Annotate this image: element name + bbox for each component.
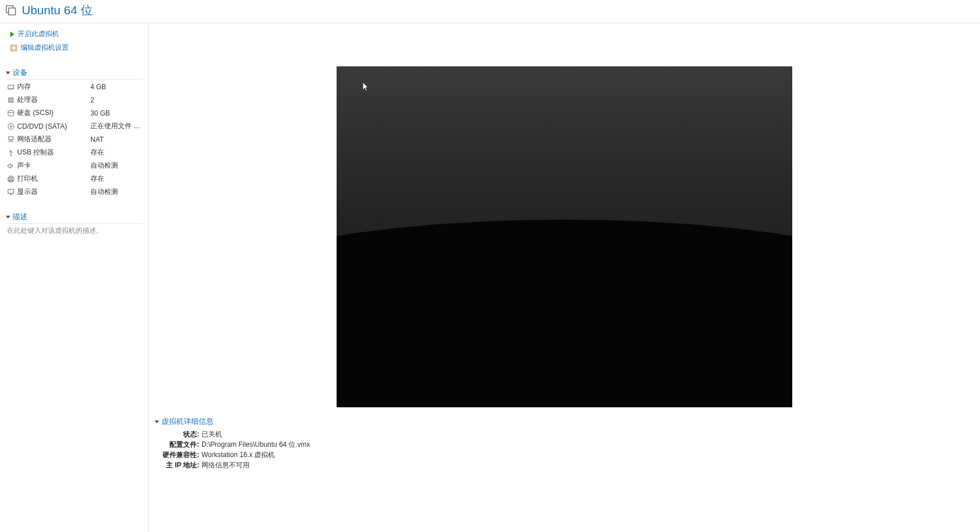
memory-icon (7, 83, 15, 91)
details-row: 主 IP 地址:网络信息不可用 (155, 460, 498, 470)
edit-vm-settings-link[interactable]: 编辑虚拟机设置 (6, 42, 143, 54)
device-row[interactable]: USB 控制器存在 (6, 146, 143, 158)
display-icon (7, 188, 15, 196)
sound-icon (7, 162, 15, 170)
chevron-down-icon (6, 216, 10, 219)
details-row: 硬件兼容性:Workstation 16.x 虚拟机 (155, 450, 498, 460)
device-label: 网络适配器 (17, 134, 90, 144)
vm-details-title: 虚拟机详细信息 (161, 416, 214, 427)
printer-icon (7, 175, 15, 183)
device-row[interactable]: 显示器自动检测 (6, 186, 143, 198)
vm-details-list: 状态:已关机配置文件:D:\Program Files\Ubuntu 64 位.… (155, 429, 498, 470)
vm-tab-icon (5, 4, 17, 17)
device-label: 声卡 (17, 161, 90, 170)
svg-rect-13 (9, 137, 13, 140)
device-row[interactable]: 内存4 GB (6, 81, 143, 93)
right-pane: 虚拟机详细信息 状态:已关机配置文件:D:\Program Files\Ubun… (149, 23, 980, 532)
svg-rect-8 (9, 98, 13, 102)
edit-settings-label: 编辑虚拟机设置 (21, 43, 69, 53)
device-value: 存在 (90, 148, 141, 157)
device-label: USB 控制器 (17, 148, 90, 157)
page-header: Ubuntu 64 位 (0, 0, 980, 23)
svg-rect-20 (8, 189, 14, 193)
description-title: 描述 (13, 212, 27, 222)
device-value: 自动检测 (90, 161, 141, 170)
details-row: 配置文件:D:\Program Files\Ubuntu 64 位.vmx (155, 439, 498, 450)
svg-rect-4 (8, 85, 14, 89)
power-on-vm-link[interactable]: 开启此虚拟机 (6, 28, 143, 40)
power-on-label: 开启此虚拟机 (18, 29, 59, 39)
device-row[interactable]: 打印机存在 (6, 173, 143, 185)
svg-rect-3 (12, 46, 15, 50)
device-label: 显示器 (17, 187, 90, 197)
svg-point-12 (10, 125, 12, 127)
chevron-down-icon (155, 420, 159, 423)
settings-icon (10, 45, 17, 51)
vm-preview-screen[interactable] (337, 66, 792, 407)
details-label: 硬件兼容性: (155, 450, 199, 460)
description-section: 描述 在此处键入对该虚拟机的描述。 (6, 212, 143, 238)
details-value: 已关机 (201, 429, 222, 439)
device-label: 硬盘 (SCSI) (17, 108, 90, 118)
device-label: 内存 (17, 82, 90, 92)
device-row[interactable]: 处理器2 (6, 94, 143, 106)
device-label: 打印机 (17, 174, 90, 184)
main-layout: 开启此虚拟机 编辑虚拟机设置 设备 内存4 GB处理器2硬盘 (SCSI)30 … (0, 23, 980, 532)
devices-section-header[interactable]: 设备 (6, 68, 143, 80)
details-label: 配置文件: (155, 439, 199, 450)
svg-rect-1 (9, 8, 15, 15)
svg-rect-2 (11, 45, 17, 51)
vm-details-header[interactable]: 虚拟机详细信息 (155, 416, 498, 427)
device-value: 2 (90, 96, 141, 104)
usb-icon (7, 149, 15, 157)
device-row[interactable]: 硬盘 (SCSI)30 GB (6, 107, 143, 119)
details-value: Workstation 16.x 虚拟机 (201, 450, 275, 460)
page-title: Ubuntu 64 位 (22, 2, 93, 18)
device-value: 存在 (90, 174, 141, 184)
svg-point-16 (10, 155, 11, 156)
cpu-icon (7, 96, 15, 104)
network-icon (7, 136, 15, 144)
device-value: 自动检测 (90, 187, 141, 197)
svg-rect-9 (10, 99, 12, 101)
device-row[interactable]: 声卡自动检测 (6, 160, 143, 172)
devices-list: 内存4 GB处理器2硬盘 (SCSI)30 GBCD/DVD (SATA)正在使… (6, 81, 143, 198)
device-row[interactable]: 网络适配器NAT (6, 133, 143, 145)
device-row[interactable]: CD/DVD (SATA)正在使用文件 D:... (6, 120, 143, 132)
chevron-down-icon (6, 72, 10, 74)
sidebar: 开启此虚拟机 编辑虚拟机设置 设备 内存4 GB处理器2硬盘 (SCSI)30 … (0, 23, 149, 532)
play-icon (10, 31, 14, 37)
devices-title: 设备 (13, 68, 27, 78)
device-value: 30 GB (90, 109, 141, 117)
svg-point-10 (8, 110, 14, 113)
details-value: D:\Program Files\Ubuntu 64 位.vmx (201, 439, 310, 450)
details-value: 网络信息不可用 (201, 460, 250, 470)
svg-point-11 (8, 124, 14, 129)
device-value: 4 GB (90, 83, 141, 91)
cursor-icon (363, 82, 370, 93)
details-label: 主 IP 地址: (155, 460, 199, 470)
devices-section: 设备 内存4 GB处理器2硬盘 (SCSI)30 GBCD/DVD (SATA)… (6, 68, 143, 198)
device-value: NAT (90, 136, 141, 144)
device-value: 正在使用文件 D:... (90, 121, 141, 131)
disk-icon (7, 109, 15, 117)
device-label: 处理器 (17, 95, 90, 105)
disc-icon (7, 122, 15, 130)
details-label: 状态: (155, 429, 199, 439)
vm-details-panel: 虚拟机详细信息 状态:已关机配置文件:D:\Program Files\Ubun… (155, 416, 498, 470)
details-row: 状态:已关机 (155, 429, 498, 439)
description-placeholder[interactable]: 在此处键入对该虚拟机的描述。 (6, 224, 143, 238)
device-label: CD/DVD (SATA) (17, 122, 90, 130)
description-section-header[interactable]: 描述 (6, 212, 143, 224)
